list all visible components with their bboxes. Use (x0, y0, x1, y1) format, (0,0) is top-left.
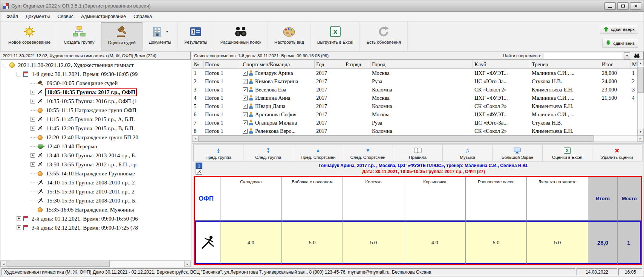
menu-administration[interactable]: Администрирование (77, 12, 130, 21)
column-header[interactable]: Город (370, 60, 473, 69)
judges-scores-button[interactable]: Оценки судей (101, 22, 142, 50)
column-header[interactable]: М (630, 60, 637, 69)
search-dropdown-icon[interactable]: ▼ (624, 52, 630, 59)
athlete-checkbox[interactable]: ✓ (243, 112, 248, 117)
table-cell[interactable]: ЦС «Юго-За... (473, 77, 530, 85)
table-cell[interactable]: Малинина С.И., ... (530, 69, 600, 77)
table-cell[interactable]: 4 (192, 94, 203, 102)
expand-icon[interactable]: + (31, 90, 35, 94)
score-cell[interactable]: 4.0 (404, 221, 466, 264)
table-cell[interactable]: 2 (192, 77, 203, 85)
table-cell[interactable]: ЦХГ «ФУЭТ... (473, 94, 530, 102)
expand-icon[interactable]: + (31, 99, 35, 103)
table-cell[interactable]: Климентьева Е.Н. (530, 127, 600, 135)
tree-item[interactable]: −1-й день: 30.11.2021. Время: 09:30-16:0… (0, 70, 191, 79)
scroll-down-icon[interactable]: ▼ (638, 129, 644, 135)
table-cell[interactable] (344, 127, 370, 135)
documents-dropdown-icon[interactable]: ▼ (166, 30, 169, 33)
table-cell[interactable]: 23,000 (600, 85, 630, 94)
scroll-left-icon[interactable]: ◄ (192, 135, 199, 142)
scroll-thumb[interactable] (199, 135, 594, 142)
table-cell[interactable]: Руза (370, 77, 473, 85)
tree-item[interactable]: 15:15-15:30 Группа: 2010-2011 г.р., 2 (0, 187, 191, 196)
close-button[interactable]: × (630, 2, 641, 10)
prev-athlete-button[interactable]: ▲Пред. Спортсмен (293, 145, 343, 161)
athlete-checkbox[interactable]: ✓ (243, 87, 248, 92)
shift-down-button[interactable]: сдвиг вниз (602, 39, 638, 48)
tree-item[interactable]: +2-й день: 01.12.2021. Время: 09:00-16:5… (0, 214, 191, 223)
table-cell[interactable]: ЦХГ «ФУЭТ... (473, 69, 530, 77)
tree-item[interactable]: 14:10-15:15 Группа: 2008-2010 г.р., 2 (0, 178, 191, 187)
column-header[interactable]: Клуб (473, 60, 530, 69)
table-cell[interactable]: 2017 (315, 77, 344, 85)
search-athlete-input[interactable] (543, 53, 622, 59)
expand-icon[interactable]: + (17, 216, 21, 221)
score-cell[interactable]: 5.0 (466, 221, 527, 264)
table-cell[interactable]: Поток 1 (203, 127, 241, 135)
table-cell[interactable]: 2017 (315, 110, 344, 119)
table-cell[interactable]: 2017 (315, 94, 344, 102)
table-cell[interactable]: Климентьева Е.Н. (530, 102, 600, 110)
column-header[interactable]: Тренер (530, 60, 600, 69)
titlebar[interactable]: Gym Organizer 2022 v GR.3.5.1 (Зарегистр… (0, 0, 644, 12)
table-cell[interactable]: Стукова Н.В. (530, 77, 600, 85)
athlete-name-cell[interactable]: ✓Арстанова София (241, 110, 315, 119)
athlete-checkbox[interactable]: ✓ (243, 120, 248, 125)
column-header[interactable]: Разряд (344, 60, 370, 69)
expand-icon[interactable]: + (31, 153, 35, 158)
table-cell[interactable] (600, 102, 630, 110)
scroll-right-icon[interactable]: ► (184, 261, 191, 267)
menu-documents[interactable]: Документы (22, 12, 54, 21)
documents-button[interactable]: ▼ Документы (142, 22, 178, 50)
menu-service[interactable]: Сервис (54, 12, 77, 21)
athlete-name-cell[interactable]: ✓Иляшина Анна (241, 94, 315, 102)
expand-icon[interactable]: + (17, 225, 21, 230)
athlete-checkbox[interactable]: ✓ (243, 129, 248, 134)
athlete-name-cell[interactable]: ✓Кимова Екатерина (241, 77, 315, 85)
table-cell[interactable]: 4 (630, 94, 637, 102)
tree-item[interactable]: +13:50-13:55 Группа: 2012 г.р., Б.П., гр (0, 160, 191, 169)
create-group-button[interactable]: Создать группу (57, 22, 101, 50)
table-cell[interactable]: Москва (370, 94, 473, 102)
minimize-button[interactable] (604, 2, 616, 10)
table-cell[interactable]: Коломна (370, 102, 473, 110)
table-cell[interactable]: Поток 1 (203, 69, 241, 77)
scroll-thumb[interactable] (638, 67, 644, 93)
table-cell[interactable]: Климентьева Е.Н. (530, 85, 600, 94)
table-cell[interactable]: 1 (192, 69, 203, 77)
updates-button[interactable]: Есть обновления (360, 22, 407, 50)
athletes-horizontal-scrollbar[interactable]: ◄ ► (192, 135, 644, 142)
table-cell[interactable]: 2 (630, 77, 637, 85)
table-cell[interactable]: Коломна (370, 127, 473, 135)
table-cell[interactable]: Поток 1 (203, 85, 241, 94)
table-cell[interactable]: Поток 1 (203, 77, 241, 85)
table-cell[interactable] (600, 110, 630, 119)
table-cell[interactable]: Малинина С.И., ... (530, 110, 600, 119)
expand-icon[interactable]: + (31, 117, 35, 122)
table-cell[interactable] (344, 110, 370, 119)
athlete-name-cell[interactable]: ✓Шварц Даша (241, 102, 315, 110)
athlete-name-cell[interactable]: ✓Оганцова Милана (241, 119, 315, 127)
music-button[interactable]: ♫Музыка (443, 145, 493, 161)
next-group-button[interactable]: ▼▼След. группа (243, 145, 293, 161)
next-athlete-button[interactable]: ▼След. Спортсмен (343, 145, 393, 161)
table-cell[interactable]: 2017 (315, 85, 344, 94)
table-cell[interactable]: 2017 (315, 69, 344, 77)
table-cell[interactable]: 3 (630, 85, 637, 94)
table-cell[interactable]: 21,500 (600, 94, 630, 102)
table-cell[interactable] (600, 127, 630, 135)
table-cell[interactable] (344, 119, 370, 127)
table-cell[interactable] (344, 85, 370, 94)
table-cell[interactable]: Руза (370, 119, 473, 127)
expand-icon[interactable]: + (31, 162, 35, 167)
results-button[interactable]: 1 Результаты (178, 22, 214, 50)
scroll-left-icon[interactable]: ◄ (0, 261, 7, 267)
athlete-checkbox[interactable]: ✓ (243, 96, 248, 100)
table-cell[interactable]: Коломна (370, 85, 473, 94)
table-cell[interactable]: Москва (370, 69, 473, 77)
tree-item[interactable]: 13:55-14:10 Награждение Групповые (0, 169, 191, 178)
column-header[interactable]: Поток (203, 60, 241, 69)
table-cell[interactable]: СК «Сокол 2» (473, 102, 530, 110)
advanced-search-button[interactable]: Расширенный поиск (214, 22, 268, 50)
athlete-checkbox[interactable]: ✓ (243, 79, 248, 84)
